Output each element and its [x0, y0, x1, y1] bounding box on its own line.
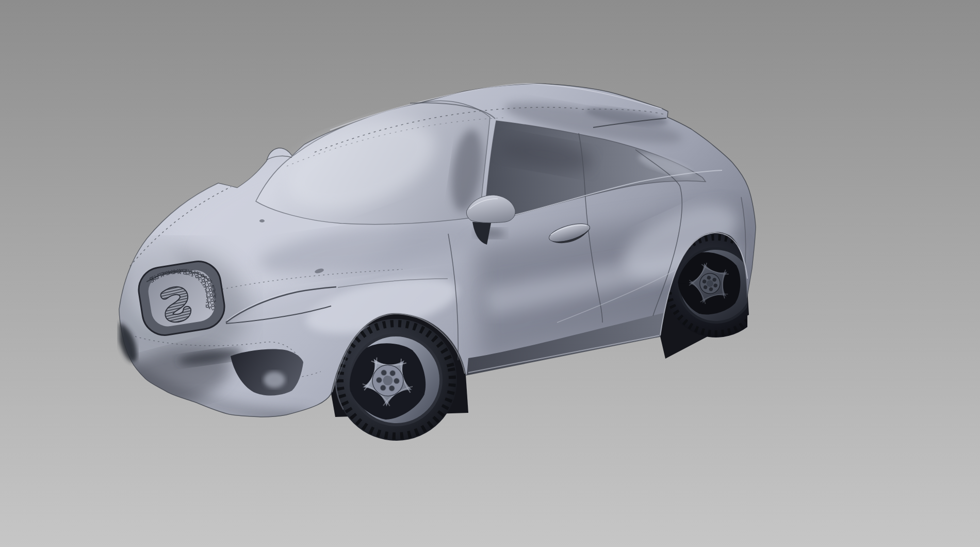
- fog-lamp: [264, 372, 285, 388]
- render-viewport[interactable]: Full-screen 3D shaded render of a silver…: [0, 0, 980, 547]
- grille: [136, 258, 228, 338]
